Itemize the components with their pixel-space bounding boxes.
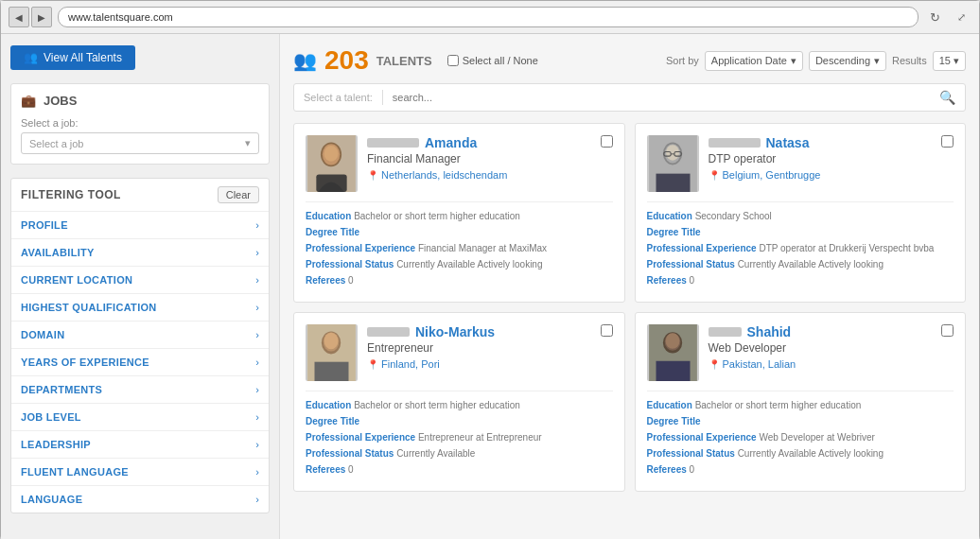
card-info: Niko-Markus Entrepreneur 📍 Finland, Pori [367,324,613,370]
search-divider [382,90,383,105]
jobs-title: 💼 JOBS [21,94,259,108]
order-dropdown-arrow: ▾ [874,55,880,67]
avatar [306,324,358,381]
card-location: 📍 Netherlands, leidschendam [367,169,613,181]
search-icon[interactable]: 🔍 [939,90,955,105]
name-blur [709,327,742,337]
svg-point-3 [324,146,339,162]
main-layout: 👥 View All Talents 💼 JOBS Select a job: … [1,34,979,539]
detail-row: Education Secondary School [647,210,954,223]
sort-order-dropdown[interactable]: Descending ▾ [809,51,886,71]
detail-row: Professional Status Currently Available [306,447,613,461]
detail-row: Education Bachelor or short term higher … [306,399,613,412]
nav-buttons: ◀ ▶ [9,7,52,27]
detail-row: Referees 0 [647,274,954,287]
search-input[interactable] [393,92,930,103]
filter-availability[interactable]: AVAILABILITY › [11,239,269,267]
card-location: 📍 Finland, Pori [367,358,613,370]
talents-label: TALENTS [376,54,432,68]
card-checkbox[interactable] [601,324,613,337]
results-label: Results [892,55,927,66]
detail-row: Professional Status Currently Available … [647,447,954,461]
location-pin-icon: 📍 [367,359,378,370]
filter-profile[interactable]: PROFILE › [11,212,269,239]
card-info: Amanda Financial Manager 📍 Netherlands, … [367,135,613,181]
chevron-right-icon: › [255,494,259,505]
filter-highest-qualification[interactable]: HIGHEST QUALIFICATION › [11,294,269,322]
card-info: Shahid Web Developer 📍 Pakistan, Lalian [709,324,954,370]
filter-fluent-language[interactable]: FLUENT LANGUAGE › [11,459,269,486]
card-checkbox[interactable] [601,135,613,148]
sort-by-dropdown[interactable]: Application Date ▾ [705,51,803,71]
avatar [647,324,699,381]
detail-row: Education Bachelor or short term higher … [647,399,954,412]
card-checkbox[interactable] [941,135,954,148]
svg-point-8 [666,145,679,161]
svg-rect-12 [656,174,690,192]
filter-domain[interactable]: DOMAIN › [11,322,269,349]
select-job-label: Select a job: [21,117,259,129]
detail-row: Professional Experience Web Developer at… [647,431,954,444]
reload-button[interactable]: ↻ [924,7,945,27]
svg-rect-4 [316,175,346,192]
card-name-row: Shahid [709,324,954,339]
chevron-right-icon: › [255,384,259,395]
search-label: Select a talent: [304,92,373,103]
select-job-dropdown[interactable]: Select a job ▾ [21,132,259,154]
detail-row: Professional Experience Financial Manage… [306,242,613,255]
detail-row: Referees 0 [306,463,613,477]
select-all-checkbox[interactable] [447,55,459,66]
talent-name[interactable]: Natasa [766,135,810,150]
detail-row: Education Bachelor or short term higher … [306,210,613,223]
card-name-row: Natasa [709,135,954,150]
jobs-section: 💼 JOBS Select a job: Select a job ▾ [10,83,270,165]
talent-card: Niko-Markus Entrepreneur 📍 Finland, Pori [293,312,625,492]
detail-row: Degree Title [647,226,954,239]
card-name-row: Amanda [367,135,613,150]
talent-name[interactable]: Niko-Markus [415,324,495,339]
svg-rect-17 [315,362,349,381]
chevron-right-icon: › [255,356,259,368]
card-details: Education Secondary School Degree Title … [647,201,954,287]
expand-button[interactable]: ⤢ [951,7,971,27]
filter-departments[interactable]: DEPARTMENTS › [11,376,269,404]
filter-leadership[interactable]: LEADERSHIP › [11,431,269,459]
results-count-dropdown[interactable]: 15 ▾ [933,51,966,71]
chevron-right-icon: › [255,439,259,450]
card-header: Natasa DTP operator 📍 Belgium, Gentbrugg… [647,135,954,192]
talent-name[interactable]: Shahid [747,324,792,339]
view-all-label: View All Talents [44,51,122,64]
card-location: 📍 Pakistan, Lalian [709,358,954,370]
talent-card: Amanda Financial Manager 📍 Netherlands, … [293,123,625,303]
detail-row: Referees 0 [647,463,954,477]
clear-filter-button[interactable]: Clear [218,186,259,203]
forward-button[interactable]: ▶ [31,7,52,27]
url-text: www.talentsquare.com [68,11,173,23]
name-blur [367,138,419,148]
talent-cards-grid: Amanda Financial Manager 📍 Netherlands, … [293,123,966,492]
svg-point-21 [665,333,679,349]
card-checkbox[interactable] [941,324,954,337]
svg-point-16 [324,333,339,350]
talents-group-icon: 👥 [293,49,317,72]
detail-row: Professional Experience DTP operator at … [647,242,954,255]
filtering-section: FILTERING TOOL Clear PROFILE › AVAILABIL… [10,178,270,513]
address-bar[interactable]: www.talentsquare.com [58,7,919,27]
detail-row: Referees 0 [306,274,613,287]
view-all-talents-button[interactable]: 👥 View All Talents [10,45,135,70]
browser-window: ◀ ▶ www.talentsquare.com ↻ ⤢ 👥 View All … [0,0,980,539]
detail-row: Degree Title [306,226,613,239]
filter-current-location[interactable]: CURRENT LOCATION › [11,267,269,294]
back-button[interactable]: ◀ [9,7,29,27]
users-icon: 👥 [24,51,38,64]
sort-dropdown-arrow: ▾ [791,55,796,67]
talent-name[interactable]: Amanda [425,135,477,150]
filter-years-of-experience[interactable]: YEARS OF EXPERIENCE › [11,349,269,376]
card-details: Education Bachelor or short term higher … [647,391,954,477]
filter-job-level[interactable]: JOB LEVEL › [11,404,269,431]
card-header: Amanda Financial Manager 📍 Netherlands, … [306,135,613,192]
chevron-right-icon: › [255,247,259,258]
filter-language[interactable]: LANGUAGE › [11,486,269,513]
avatar [647,135,699,192]
detail-row: Degree Title [306,415,613,428]
